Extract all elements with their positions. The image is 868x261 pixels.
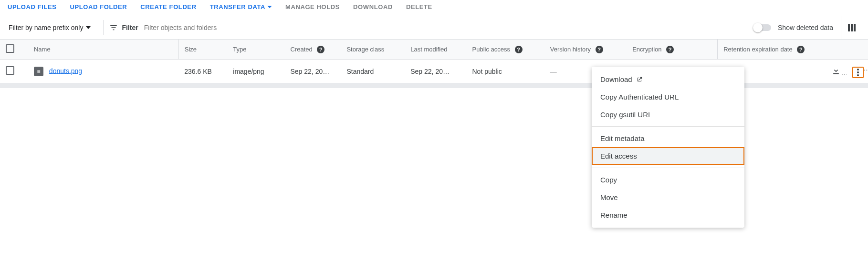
cell-last-modified: Sep 22, 20… <box>405 60 466 83</box>
show-deleted-toggle[interactable] <box>754 24 771 31</box>
filter-icon <box>109 23 118 32</box>
manage-holds-button[interactable]: MANAGE HOLDS <box>285 3 340 10</box>
col-version-history[interactable]: Version history ? <box>544 40 627 60</box>
divider <box>103 20 104 35</box>
col-created-label: Created <box>290 46 312 53</box>
filter-input[interactable] <box>138 24 754 31</box>
filter-mode-label: Filter by name prefix only <box>9 24 83 31</box>
cell-size: 236.6 KB <box>178 60 227 83</box>
col-size[interactable]: Size <box>178 40 227 60</box>
col-type[interactable]: Type <box>227 40 284 60</box>
col-retention-label: Retention expiration date <box>723 46 793 53</box>
chevron-down-icon <box>86 26 91 29</box>
filter-label: Filter <box>122 24 138 31</box>
file-icon <box>34 67 43 76</box>
row-more-button[interactable] <box>852 67 864 78</box>
columns-icon <box>848 24 856 31</box>
chevron-down-icon <box>267 6 272 8</box>
download-button[interactable]: DOWNLOAD <box>353 3 393 10</box>
help-icon[interactable]: ? <box>317 46 324 53</box>
filter-mode-dropdown[interactable]: Filter by name prefix only <box>4 24 95 31</box>
action-bar: UPLOAD FILES UPLOAD FOLDER CREATE FOLDER… <box>0 0 868 13</box>
cell-created: Sep 22, 20… <box>284 60 341 83</box>
upload-folder-button[interactable]: UPLOAD FOLDER <box>70 3 127 10</box>
help-icon[interactable]: ? <box>515 46 523 53</box>
col-created[interactable]: Created ? <box>284 40 341 60</box>
object-name-link[interactable]: donuts.png <box>49 67 82 74</box>
column-display-button[interactable] <box>841 16 862 39</box>
col-public-access[interactable]: Public access ? <box>467 40 544 60</box>
open-external-icon <box>636 76 643 83</box>
show-deleted-label: Show deleted data <box>778 24 833 31</box>
delete-button[interactable]: DELETE <box>406 3 432 10</box>
transfer-data-label: TRANSFER DATA <box>210 3 265 10</box>
col-retention[interactable]: Retention expiration date ? <box>718 40 826 60</box>
select-all-checkbox[interactable] <box>6 44 14 53</box>
col-version-history-label: Version history <box>550 46 591 53</box>
menu-download-label: Download <box>600 75 632 83</box>
row-checkbox[interactable] <box>6 66 14 75</box>
help-icon[interactable]: ? <box>596 46 603 53</box>
table-header-row: Name Size Type Created ? Storage class L… <box>0 40 868 60</box>
filter-button[interactable]: Filter <box>109 23 138 32</box>
col-storage-class[interactable]: Storage class <box>341 40 405 60</box>
help-icon[interactable]: ? <box>797 46 805 53</box>
menu-download[interactable]: Download <box>592 70 744 88</box>
cell-storage-class: Standard <box>341 60 405 83</box>
col-last-modified[interactable]: Last modified <box>405 40 466 60</box>
col-encryption[interactable]: Encryption ? <box>627 40 718 60</box>
create-folder-button[interactable]: CREATE FOLDER <box>140 3 196 10</box>
col-name[interactable]: Name <box>28 40 178 60</box>
cell-type: image/png <box>227 60 284 83</box>
col-public-access-label: Public access <box>472 46 510 53</box>
download-icon[interactable] <box>831 66 841 75</box>
row-context-menu: Download Copy Authenticated URL Copy gsu… <box>592 67 744 88</box>
transfer-data-button[interactable]: TRANSFER DATA <box>210 3 272 10</box>
help-icon[interactable]: ? <box>666 46 674 53</box>
col-encryption-label: Encryption <box>632 46 661 53</box>
filter-bar: Filter by name prefix only Filter Show d… <box>0 16 868 39</box>
cell-public-access: Not public <box>467 60 544 83</box>
upload-files-button[interactable]: UPLOAD FILES <box>8 3 57 10</box>
